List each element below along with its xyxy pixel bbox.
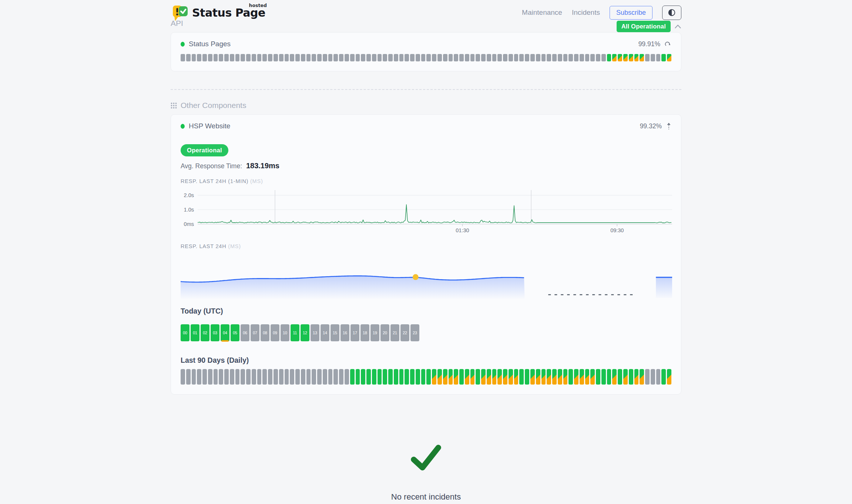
hour-block[interactable]: 10 [281,324,289,341]
uptime-bar[interactable] [432,54,436,61]
uptime-bar[interactable] [497,369,502,385]
uptime-bar[interactable] [421,369,426,385]
uptime-bar[interactable] [268,369,272,385]
uptime-bar[interactable] [547,54,551,61]
uptime-bar[interactable] [601,369,606,385]
uptime-bar[interactable] [612,54,617,61]
uptime-bar[interactable] [214,54,218,61]
uptime-bar[interactable] [437,369,442,385]
uptime-bar[interactable] [640,54,644,61]
nav-incidents[interactable]: Incidents [572,9,600,17]
uptime-bar[interactable] [181,54,185,61]
uptime-bar[interactable] [645,54,650,61]
uptime-bar[interactable] [224,369,229,385]
uptime-bar[interactable] [323,369,327,385]
hour-block[interactable]: 15 [331,324,339,341]
uptime-bar[interactable] [317,54,322,61]
uptime-bar[interactable] [345,54,349,61]
uptime-bar[interactable] [449,369,453,385]
uptime-bar[interactable] [426,369,431,385]
uptime-bar[interactable] [312,54,316,61]
uptime-bar[interactable] [454,369,458,385]
nav-maintenance[interactable]: Maintenance [522,9,562,17]
uptime-bar[interactable] [290,369,294,385]
uptime-bar[interactable] [350,54,355,61]
uptime-bar[interactable] [612,369,617,385]
uptime-bar[interactable] [230,54,234,61]
hour-block[interactable]: 13 [311,324,319,341]
uptime-bar[interactable] [361,369,365,385]
uptime-bar[interactable] [629,54,633,61]
uptime-bar[interactable] [519,369,524,385]
brand-logo[interactable]: Status Page hosted [171,4,265,21]
uptime-bar[interactable] [333,54,338,61]
uptime-bar[interactable] [568,369,573,385]
uptime-bar[interactable] [246,369,251,385]
uptime-bar[interactable] [536,369,540,385]
uptime-bar[interactable] [585,369,590,385]
uptime-bar[interactable] [514,54,519,61]
uptime-bar[interactable] [186,369,191,385]
uptime-bar[interactable] [667,54,671,61]
uptime-bar[interactable] [492,54,497,61]
uptime-bar[interactable] [202,369,207,385]
uptime-bar[interactable] [356,54,360,61]
uptime-bar[interactable] [372,369,376,385]
uptime-bar[interactable] [383,369,387,385]
uptime-bar[interactable] [634,369,639,385]
uptime-bar[interactable] [246,54,251,61]
refresh-icon[interactable] [665,41,671,47]
uptime-bar[interactable] [181,369,185,385]
uptime-bar[interactable] [601,54,606,61]
uptime-bar[interactable] [623,369,628,385]
uptime-bar[interactable] [257,369,262,385]
uptime-bar[interactable] [651,54,655,61]
uptime-bar[interactable] [618,54,622,61]
uptime-bar[interactable] [656,54,661,61]
uptime-bar[interactable] [405,369,409,385]
uptime-bar[interactable] [465,54,469,61]
uptime-bar[interactable] [361,54,365,61]
uptime-bar[interactable] [356,369,360,385]
hour-block[interactable]: 18 [360,324,369,341]
uptime-bar[interactable] [541,54,546,61]
uptime-bar[interactable] [536,54,540,61]
uptime-bar[interactable] [568,54,573,61]
uptime-bar[interactable] [563,369,568,385]
uptime-bar[interactable] [214,369,218,385]
uptime-bar[interactable] [416,54,420,61]
hour-block[interactable]: 12 [301,324,309,341]
uptime-bar[interactable] [372,54,376,61]
uptime-bar[interactable] [285,54,289,61]
uptime-bar[interactable] [306,54,311,61]
uptime-bar[interactable] [268,54,272,61]
uptime-bar[interactable] [449,54,453,61]
uptime-bar[interactable] [328,54,333,61]
uptime-bar[interactable] [454,54,458,61]
uptime-bar[interactable] [514,369,519,385]
uptime-bar[interactable] [399,54,404,61]
uptime-bar[interactable] [241,54,245,61]
uptime-bar[interactable] [323,54,327,61]
uptime-bar[interactable] [192,54,196,61]
uptime-bar[interactable] [618,369,622,385]
uptime-bar[interactable] [350,369,355,385]
component-hsp-website[interactable]: HSP Website [181,122,230,130]
uptime-bar[interactable] [459,54,464,61]
uptime-bar[interactable] [481,54,486,61]
uptime-bar[interactable] [623,54,628,61]
hour-block[interactable]: 11 [291,324,299,341]
uptime-bar[interactable] [186,54,191,61]
uptime-bar[interactable] [224,54,229,61]
uptime-bar[interactable] [333,369,338,385]
component-status-pages[interactable]: Status Pages [181,40,231,48]
uptime-bar[interactable] [410,369,415,385]
uptime-bar[interactable] [394,54,398,61]
uptime-bar[interactable] [312,369,316,385]
uptime-bar[interactable] [558,369,562,385]
uptime-bar[interactable] [552,369,557,385]
uptime-bar[interactable] [503,54,507,61]
uptime-bar[interactable] [421,54,426,61]
uptime-bar[interactable] [274,54,278,61]
uptime-bar[interactable] [607,54,611,61]
